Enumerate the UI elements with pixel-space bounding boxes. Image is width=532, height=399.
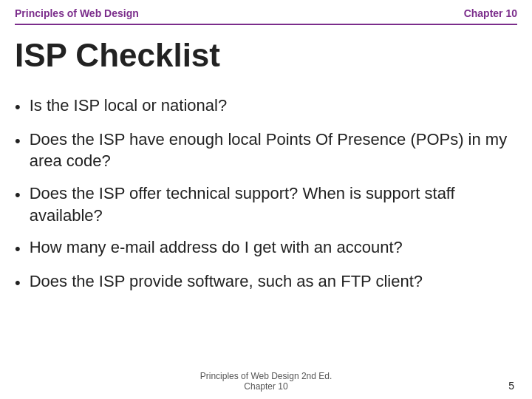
content-area: •Is the ISP local or national?•Does the …: [0, 89, 532, 310]
list-item-text: How many e-mail address do I get with an…: [30, 236, 403, 259]
bullet-icon: •: [15, 184, 21, 206]
header: Principles of Web Design Chapter 10: [0, 0, 532, 24]
list-item: •Is the ISP local or national?: [15, 95, 511, 118]
page-number: 5: [508, 380, 514, 392]
bullet-icon: •: [15, 272, 21, 294]
bullet-icon: •: [15, 238, 21, 260]
list-item: •Does the ISP provide software, such as …: [15, 270, 511, 294]
page-title: ISP Checklist: [0, 25, 532, 89]
bullet-icon: •: [15, 96, 21, 118]
footer-line1: Principles of Web Design 2nd Ed.: [200, 371, 332, 381]
bullet-list: •Is the ISP local or national?•Does the …: [15, 95, 511, 294]
footer-line2: Chapter 10: [244, 381, 287, 392]
header-chapter-right: Chapter 10: [464, 7, 517, 19]
list-item-text: Does the ISP have enough local Points Of…: [30, 129, 511, 172]
footer-text: Principles of Web Design 2nd Ed. Chapter…: [0, 371, 532, 392]
list-item: •Does the ISP have enough local Points O…: [15, 129, 511, 172]
list-item-text: Does the ISP offer technical support? Wh…: [30, 183, 511, 226]
slide: Principles of Web Design Chapter 10 ISP …: [0, 0, 532, 399]
list-item: •Does the ISP offer technical support? W…: [15, 183, 511, 226]
list-item: •How many e-mail address do I get with a…: [15, 236, 511, 260]
bullet-icon: •: [15, 130, 21, 152]
header-title-left: Principles of Web Design: [15, 7, 139, 19]
list-item-text: Does the ISP provide software, such as a…: [30, 270, 423, 293]
list-item-text: Is the ISP local or national?: [30, 95, 227, 117]
